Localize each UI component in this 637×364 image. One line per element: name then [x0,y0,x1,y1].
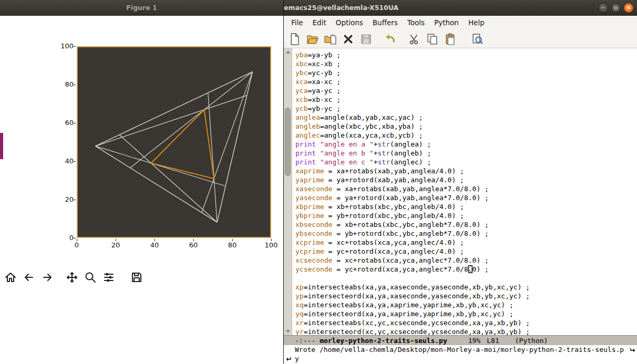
figure-titlebar[interactable]: Figure 1 [0,0,283,16]
kill-buffer-icon[interactable] [342,33,355,46]
menu-edit[interactable]: Edit [308,16,331,30]
modeline-prefix: -:--- [295,337,315,345]
code-line: xaseconde = xa+rotabs(xab,yab,anglea*7.0… [295,184,637,193]
emacs-titlebar[interactable]: emacs25@vellachemla-X510UA − × [284,0,637,16]
trisector-line [96,146,225,186]
y-tick-mark [74,238,76,238]
code-line: xbseconde = xb+rotabs(xbc,ybc,angleb*7.0… [295,220,637,229]
trisector-line [208,93,217,223]
x-tick-label: 80 [223,241,241,249]
code-area[interactable]: yba=ya-yb ;xbc=xc-xb ;ybc=yc-yb ;xca=xa-… [292,48,637,335]
trisector-line [119,134,217,222]
close-button[interactable]: × [624,3,633,13]
open-file-icon[interactable] [306,33,319,46]
code-line: xcseconde = xc+rotabs(xca,yca,anglec*7.0… [295,256,637,265]
code-line [295,274,637,283]
line-wrap-icon [630,347,636,355]
x-tick-mark [271,239,272,241]
code-line: xbprime = xb+rotabs(xbc,ybc,angleb/4.0) … [295,202,637,211]
code-line: xaprime = xa+rotabs(xab,yab,anglea/4.0) … [295,167,637,175]
minimize-button[interactable]: − [599,3,608,13]
scrollbar-thumb[interactable] [285,108,291,176]
y-tick-label: 100 [56,42,74,50]
code-line: ycprime = yc+rotord(xca,yca,anglec/4.0) … [295,247,637,256]
menu-buffers[interactable]: Buffers [368,16,403,30]
code-line: anglec=angle(xca,yca,xcb,ycb) ; [295,131,637,140]
zoom-icon[interactable] [83,271,97,285]
code-line: ybseconde = yb+rotord(xbc,ybc,angleb*7.0… [295,229,637,238]
y-tick-label: 20 [56,195,74,203]
plot-svg [78,47,270,237]
emacs-toolbar [284,30,637,48]
x-tick-mark [193,239,194,241]
search-icon[interactable] [471,33,484,46]
menu-python[interactable]: Python [429,16,464,30]
x-tick-mark [232,239,233,241]
y-tick-label: 60 [56,119,74,127]
code-line: xbc=xc-xb ; [295,59,637,68]
modeline-percent: 19% [468,337,480,345]
scrollbar[interactable] [284,48,292,335]
cut-icon[interactable] [408,33,421,46]
x-tick-mark [77,239,77,241]
code-line: yp=intersecteord(xa,ya,xaseconde,yasecon… [295,292,637,300]
code-line: xcprime = xc+rotabs(xca,yca,anglec/4.0) … [295,238,637,247]
code-line: ybprime = yb+rotord(xbc,ybc,angleb/4.0) … [295,211,637,220]
x-tick-mark [116,239,116,241]
home-icon[interactable] [3,271,17,285]
maximize-button[interactable] [611,3,621,13]
scroll-down-arrow-icon[interactable] [286,330,290,333]
y-tick-mark [74,161,76,162]
mode-line: -:--- morley-python-2-traits-seuls.py 19… [284,335,637,345]
modeline-major-mode: (Python) [515,337,548,345]
undo-icon[interactable] [384,33,397,46]
window-buttons: − × [599,3,633,13]
triangle-edge [217,72,252,223]
copy-icon[interactable] [426,33,439,46]
echo-message-line2: y [295,355,299,362]
scroll-up-arrow-icon[interactable] [286,50,290,54]
code-line: yaseconde = ya+rotord(xab,yab,anglea*7.0… [295,193,637,202]
echo-area[interactable]: Wrote /home/vella-chemla/Desktop/mon-Mor… [284,345,637,364]
new-file-icon[interactable] [288,33,301,46]
y-tick-label: 80 [56,80,74,88]
forward-icon[interactable] [40,271,54,285]
menu-tools[interactable]: Tools [403,16,429,30]
dired-icon[interactable] [324,33,337,46]
code-line: yba=ya-yb ; [295,50,637,59]
y-tick-mark [74,85,76,85]
code-line: yq=intersecteord(xa,ya,xaprime,yaprime,x… [295,309,637,318]
back-icon[interactable] [22,271,36,285]
y-tick-label: 40 [56,157,74,165]
menu-help[interactable]: Help [464,16,489,30]
code-line: xca=xa-xc ; [295,77,637,86]
plot-axes [77,46,271,238]
y-tick-label: 0 [56,234,74,242]
code-line: angleb=angle(xbc,ybc,xba,yba) ; [295,122,637,131]
line-continuation-icon [285,356,292,364]
code-line: yca=ya-yc ; [295,86,637,95]
code-line: print "angle en c "+str(anglec) ; [295,158,637,167]
code-line: anglea=angle(xab,yab,xac,yac) ; [295,113,637,122]
pan-icon[interactable] [65,271,79,285]
code-line: xq=intersecteabs(xa,ya,xaprime,yaprime,x… [295,300,637,309]
menu-options[interactable]: Options [331,16,368,30]
background-window-sliver [0,133,3,159]
x-tick-label: 40 [146,241,163,249]
code-line: xr=intersecteabs(xc,yc,xcseconde,ycsecon… [295,318,637,327]
trisector-line [130,72,253,168]
menu-file[interactable]: File [286,16,308,30]
y-tick-mark [74,200,76,200]
menu-bar: File Edit Options Buffers Tools Python H… [284,16,637,30]
trisector-line [96,96,247,146]
configure-subplots-icon[interactable] [101,271,116,285]
save-buffer-icon[interactable] [359,33,373,46]
code-line: ycseconde = yc+rotord(xca,yca,anglec*7.0… [295,265,637,274]
modeline-line-number: L81 [487,337,499,345]
paste-icon[interactable] [444,33,457,46]
save-icon[interactable] [129,271,143,285]
x-tick-label: 60 [184,241,202,249]
code-line: yaprime = ya+rotord(xab,yab,anglea/4.0) … [295,175,637,184]
trisector-line [202,72,253,213]
emacs-window-title: emacs25@vellachemla-X510UA [284,4,398,12]
